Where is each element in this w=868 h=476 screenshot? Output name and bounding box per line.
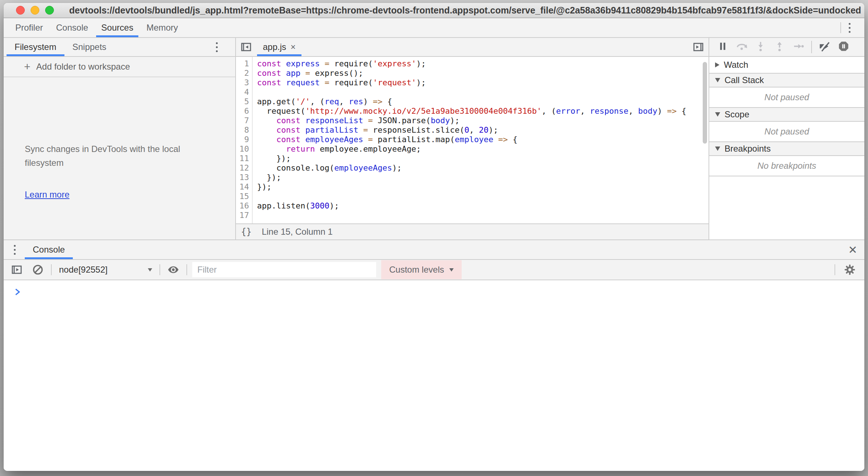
code-line[interactable]: return employee.employeeAge; <box>257 144 709 154</box>
console-toolbar: node[92552] Custom levels <box>4 260 864 280</box>
section-header-call-stack[interactable]: Call Stack <box>709 74 864 87</box>
code-token: { <box>676 106 686 116</box>
section-header-scope[interactable]: Scope <box>709 108 864 122</box>
code-editor[interactable]: 1234567891011121314151617 const express … <box>236 57 709 223</box>
console-menu-kebab-icon[interactable] <box>11 240 18 259</box>
tab-profiler[interactable]: Profiler <box>9 18 50 37</box>
devtools-menu-kebab-icon[interactable] <box>841 18 858 37</box>
toggle-debugger-sidebar-icon[interactable] <box>688 38 709 56</box>
learn-more-link[interactable]: Learn more <box>25 190 70 200</box>
tab-label: Filesystem <box>15 42 56 52</box>
pretty-print-icon[interactable]: {} <box>241 227 252 237</box>
chevron-right-icon <box>715 62 719 67</box>
sidebar-tab-snippets[interactable]: Snippets <box>64 38 114 56</box>
section-body-scope: Not paused <box>709 122 864 142</box>
editor-tab-appjs[interactable]: app.js × <box>256 38 302 56</box>
code-token <box>363 135 368 144</box>
code-line[interactable] <box>257 87 709 97</box>
code-line[interactable] <box>257 192 709 201</box>
line-number: 5 <box>236 97 252 106</box>
console-settings-gear-icon[interactable] <box>840 263 859 276</box>
console-messages-area[interactable] <box>4 298 864 471</box>
filter-input[interactable] <box>192 262 376 277</box>
custom-levels-label: Custom levels <box>389 265 444 275</box>
minimize-window-button[interactable] <box>31 6 39 15</box>
code-line[interactable]: const responseList = JSON.parse(body); <box>257 116 709 125</box>
tab-label: Profiler <box>15 23 43 33</box>
line-number: 13 <box>236 173 252 182</box>
code-token: const <box>276 135 300 144</box>
code-line[interactable]: const partialList = responseList.slice(0… <box>257 125 709 135</box>
add-folder-button[interactable]: + Add folder to workspace <box>4 57 235 77</box>
step-icon[interactable] <box>792 40 805 54</box>
tab-label: Console <box>56 23 88 33</box>
execution-context-selector[interactable]: node[92552] <box>57 265 154 275</box>
section-label: Scope <box>725 109 749 120</box>
live-expression-eye-icon[interactable] <box>165 264 181 276</box>
zoom-window-button[interactable] <box>45 6 54 15</box>
tab-console[interactable]: Console <box>25 240 73 259</box>
code-line[interactable]: const express = require('express'); <box>257 59 709 69</box>
code-token: , ( <box>541 106 556 116</box>
line-number: 9 <box>236 135 252 144</box>
code-token: 0 <box>465 125 469 134</box>
code-token: employee <box>455 135 493 144</box>
close-drawer-icon[interactable]: ✕ <box>841 240 864 259</box>
main-tab-bar: ProfilerConsoleSourcesMemory <box>4 18 864 38</box>
tab-console[interactable]: Console <box>50 18 95 37</box>
step-out-icon[interactable] <box>773 40 786 54</box>
code-line[interactable]: const app = express(); <box>257 69 709 78</box>
editor-scrollbar[interactable] <box>703 62 707 144</box>
pause-icon[interactable] <box>717 40 729 54</box>
sidebar-tab-filesystem[interactable]: Filesystem <box>7 38 64 56</box>
console-prompt[interactable] <box>4 280 864 298</box>
code-token: app <box>286 69 300 78</box>
code-token <box>363 116 368 125</box>
code-line[interactable]: const employeeAges = partialList.map(emp… <box>257 135 709 144</box>
tab-label: Memory <box>146 23 178 33</box>
code-line[interactable]: console.log(employeeAges); <box>257 163 709 173</box>
code-token: 20 <box>479 125 489 134</box>
line-number: 2 <box>236 69 252 78</box>
code-token: body <box>638 106 657 116</box>
section-header-watch[interactable]: Watch <box>709 57 864 74</box>
line-number-gutter: 1234567891011121314151617 <box>236 57 253 223</box>
code-token: require( <box>330 59 373 68</box>
section-label: Breakpoints <box>725 144 771 154</box>
main-tab-spacer <box>185 18 840 37</box>
code-line[interactable]: app.listen(3000); <box>257 201 709 211</box>
navigator-sidebar: FilesystemSnippets + Add folder to works… <box>4 38 236 239</box>
code-content[interactable]: const express = require('express');const… <box>253 57 709 223</box>
show-console-sidebar-icon[interactable] <box>9 264 25 276</box>
custom-levels-dropdown[interactable]: Custom levels <box>381 260 462 279</box>
tab-sources[interactable]: Sources <box>95 18 140 37</box>
step-over-icon[interactable] <box>735 40 748 54</box>
code-line[interactable]: const request = require('request'); <box>257 78 709 87</box>
console-toolbar-separator <box>186 264 187 275</box>
step-into-icon[interactable] <box>754 40 767 54</box>
code-line[interactable] <box>257 211 709 220</box>
code-token <box>257 116 276 125</box>
devtools-window: devtools://devtools/bundled/js_app.html?… <box>4 3 864 471</box>
tab-memory[interactable]: Memory <box>140 18 185 37</box>
clear-console-icon[interactable] <box>30 264 46 276</box>
code-token: response <box>590 106 628 116</box>
editor-tab-bar: app.js × <box>236 38 709 57</box>
code-token <box>358 125 363 134</box>
code-line[interactable]: }); <box>257 182 709 192</box>
code-token: const <box>276 116 300 125</box>
close-window-button[interactable] <box>16 6 25 15</box>
pause-on-exceptions-icon[interactable] <box>837 40 850 54</box>
code-line[interactable]: }); <box>257 154 709 163</box>
close-tab-icon[interactable]: × <box>291 42 296 52</box>
code-line[interactable]: }); <box>257 173 709 182</box>
code-token: responseList.slice( <box>368 125 465 134</box>
line-number: 6 <box>236 106 252 116</box>
section-header-breakpoints[interactable]: Breakpoints <box>709 142 864 156</box>
code-line[interactable]: request('http://www.mocky.io/v2/5e1a9abe… <box>257 106 709 116</box>
code-line[interactable]: app.get('/', (req, res) => { <box>257 97 709 106</box>
deactivate-breakpoints-icon[interactable] <box>818 40 831 54</box>
code-token: = <box>324 59 329 68</box>
navigator-menu-kebab-icon[interactable] <box>208 38 225 56</box>
toggle-navigator-icon[interactable] <box>236 38 256 56</box>
